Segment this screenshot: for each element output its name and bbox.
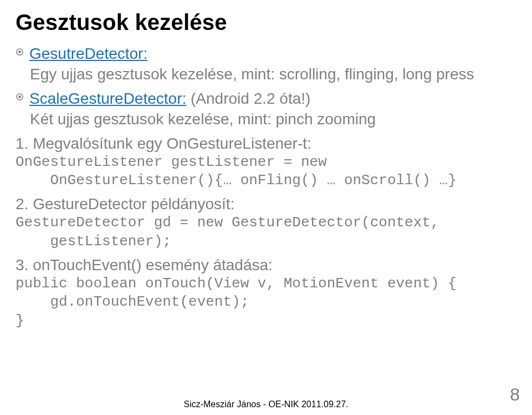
- bullet-item: ScaleGestureDetector: (Android 2.2 óta!): [16, 89, 516, 108]
- code-line: GestureDetector gd = new GestureDetector…: [16, 214, 516, 232]
- bullet-body: Egy ujjas gesztusok kezelése, mint: scro…: [30, 64, 516, 84]
- code-line: }: [16, 312, 516, 330]
- step-number: 2.: [16, 195, 28, 212]
- step-number: 3.: [16, 256, 28, 274]
- page-number: 8: [510, 384, 520, 405]
- bullet-icon: [16, 48, 24, 56]
- svg-point-1: [18, 50, 21, 53]
- step-text: Megvalósítunk egy OnGestureListener-t:: [33, 135, 311, 152]
- bullet-icon: [16, 93, 24, 101]
- slide-footer: Sicz-Mesziár János - OE-NIK 2011.09.27.: [0, 399, 532, 409]
- step-item: 1. Megvalósítunk egy OnGestureListener-t…: [16, 135, 516, 153]
- gesture-detector-link[interactable]: GesutreDetector:: [29, 45, 147, 62]
- code-line: OnGestureListener(){… onFling() … onScro…: [16, 172, 516, 190]
- step-text: GestureDetector példányosít:: [33, 195, 234, 212]
- bullet-text: GesutreDetector:: [29, 44, 147, 63]
- code-line: gestListener);: [16, 233, 516, 251]
- scale-gesture-detector-link[interactable]: ScaleGestureDetector:: [29, 90, 186, 107]
- bullet-note: (Android 2.2 óta!): [186, 90, 310, 107]
- bullet-body: Két ujjas gesztusok kezelése, mint: pinc…: [30, 109, 516, 129]
- bullet-text: ScaleGestureDetector: (Android 2.2 óta!): [29, 89, 310, 108]
- code-line: OnGestureListener gestListener = new: [16, 154, 516, 171]
- code-line: public boolean onTouch(View v, MotionEve…: [16, 275, 516, 293]
- slide-title: Gesztusok kezelése: [16, 10, 516, 35]
- step-item: 3. onTouchEvent() esemény átadása:: [16, 256, 516, 274]
- svg-point-3: [18, 95, 21, 98]
- step-number: 1.: [16, 135, 28, 152]
- code-line: gd.onTouchEvent(event);: [16, 293, 516, 311]
- bullet-item: GesutreDetector:: [16, 44, 516, 63]
- step-text: onTouchEvent() esemény átadása:: [33, 256, 273, 274]
- step-item: 2. GestureDetector példányosít:: [16, 195, 516, 213]
